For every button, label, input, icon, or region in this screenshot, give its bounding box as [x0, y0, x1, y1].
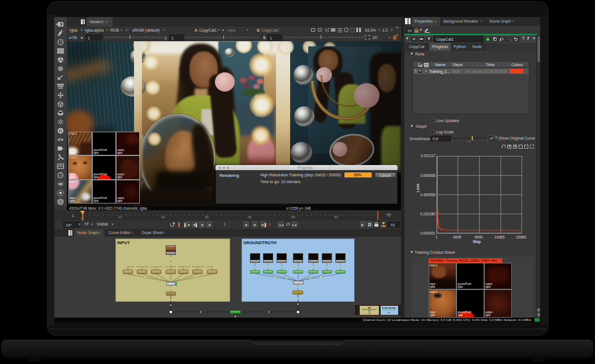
svg-text:D: D — [59, 128, 62, 133]
